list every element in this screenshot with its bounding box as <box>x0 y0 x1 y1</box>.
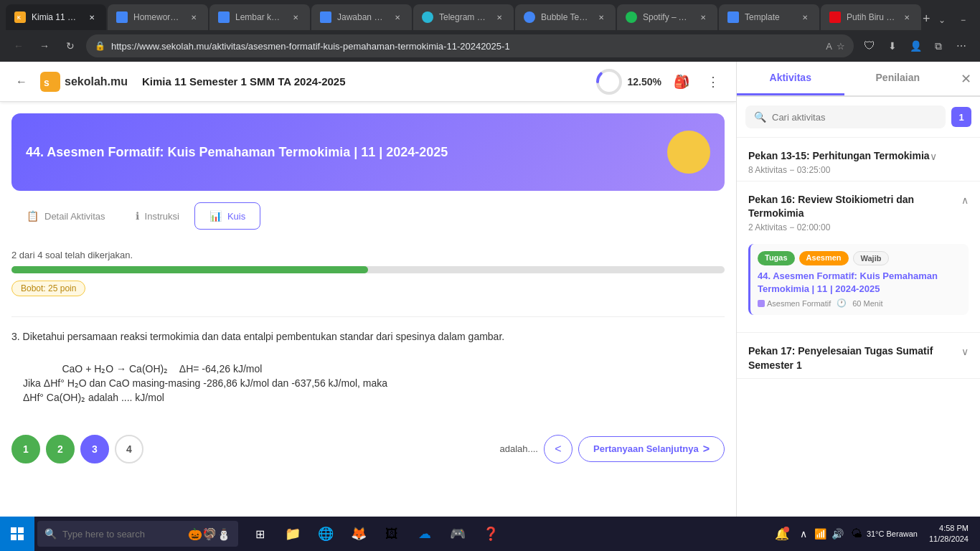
right-panel-close[interactable]: ✕ <box>951 62 980 95</box>
answer-label: adalah.... <box>499 443 538 454</box>
tab-template[interactable]: Template ✕ <box>719 4 819 30</box>
address-bar[interactable]: 🔒 https://www.sekolah.mu/aktivitas/asesm… <box>86 34 854 57</box>
tab-homework-close[interactable]: ✕ <box>188 11 199 23</box>
firefox-button[interactable]: 🦊 <box>343 518 374 550</box>
taskview-icon: ⊞ <box>255 527 265 541</box>
help-button[interactable]: ❓ <box>475 518 507 550</box>
shield-icon[interactable]: 🛡 <box>859 36 880 56</box>
settings-menu-button[interactable]: ⋯ <box>951 36 971 56</box>
taskview-button[interactable]: ⊞ <box>244 518 275 550</box>
taskbar-search[interactable]: 🔍 🎃 🦃 ⛄ <box>37 521 238 547</box>
translate-icon[interactable]: A <box>826 41 832 52</box>
extensions-icon[interactable]: ⧉ <box>928 36 948 56</box>
notification-bell[interactable]: 🔔 <box>773 525 791 542</box>
right-panel: Aktivitas Penilaian ✕ 🔍 1 <box>736 62 980 517</box>
svg-rect-7 <box>18 527 24 533</box>
network-icon[interactable]: 📶 <box>814 527 828 541</box>
q-num-3[interactable]: 3 <box>80 435 109 463</box>
tab-lembar-close[interactable]: ✕ <box>290 11 301 23</box>
photos-button[interactable]: 🖼 <box>376 518 407 550</box>
tab-template-title: Template <box>745 12 793 22</box>
q-num-2[interactable]: 2 <box>46 435 75 463</box>
week-17-header[interactable]: Pekan 17: Penyelesaian Tugas Sumatif Sem… <box>737 333 980 378</box>
sekolah-panel: ← s sekolah.mu Kimia 11 Semester 1 SMM T… <box>0 62 736 517</box>
volume-icon[interactable]: 🔊 <box>831 527 845 541</box>
tab-putih[interactable]: Putih Biru Im... ✕ <box>821 4 921 30</box>
tab-spotify[interactable]: Spotify – Adv PLAYING ✕ <box>617 4 717 30</box>
divider <box>11 316 725 317</box>
week-1315-header[interactable]: Pekan 13-15: Perhitungan Termokimia 8 Ak… <box>737 138 980 181</box>
gamepass-button[interactable]: 🎮 <box>442 518 473 550</box>
next-button-label: Pertanyaan Selanjutnya <box>593 443 699 454</box>
tab-kimia-close[interactable]: ✕ <box>86 11 98 23</box>
formula-row-3: ΔHf° Ca(OH)₂ adalah .... kJ/mol <box>23 392 713 403</box>
search-box[interactable]: 🔍 <box>745 105 946 128</box>
tab-detail-aktivitas[interactable]: 📋 Detail Aktivitas <box>11 202 121 230</box>
tab-jawaban-close[interactable]: ✕ <box>392 11 403 23</box>
forward-button[interactable]: → <box>34 36 55 56</box>
bookmark-star-icon[interactable]: ☆ <box>837 41 845 52</box>
file-explorer-button[interactable]: 📁 <box>277 518 308 550</box>
tab-kimia[interactable]: K Kimia 11 Se... ✕ <box>6 4 106 30</box>
notification-badge: 1 <box>951 107 971 127</box>
bobot-badge: Bobot: 25 poin <box>11 281 85 296</box>
next-question-button[interactable]: Pertanyaan Selanjutnya > <box>578 436 725 462</box>
tab-template-close[interactable]: ✕ <box>799 11 811 23</box>
bell-icon[interactable]: 🎒 <box>670 70 693 93</box>
page-back-button[interactable]: ← <box>11 72 32 92</box>
onedrive-icon: ☁ <box>418 526 431 542</box>
back-button[interactable]: ← <box>9 36 29 56</box>
tab-telegram-close[interactable]: ✕ <box>494 11 505 23</box>
reload-button[interactable]: ↻ <box>60 36 80 56</box>
help-icon: ❓ <box>483 526 499 542</box>
act-44-title: 44. Asesmen Formatif: Kuis Pemahaman Ter… <box>758 270 961 296</box>
week-16-header[interactable]: Pekan 16: Review Stoikiometri dan Termok… <box>737 182 980 238</box>
activity-44-item[interactable]: Tugas Asesmen Wajib 44. Asesmen Formatif… <box>748 244 969 315</box>
tab-bubble-close[interactable]: ✕ <box>595 11 607 23</box>
profile-icon[interactable]: 👤 <box>905 36 925 56</box>
quiz-content[interactable]: 44. Asesmen Formatif: Kuis Pemahaman Ter… <box>0 102 736 517</box>
tab-kuis[interactable]: 📊 Kuis <box>194 202 260 230</box>
right-search-area: 🔍 1 <box>737 97 980 138</box>
sekolah-logo[interactable]: s sekolah.mu <box>40 72 128 92</box>
tab-lembar[interactable]: Lembar kerja ✕ <box>209 4 310 30</box>
chevron-up-icon[interactable]: ∧ <box>796 527 811 541</box>
activity-list[interactable]: Pekan 13-15: Perhitungan Termokimia 8 Ak… <box>737 138 980 517</box>
tab-homework[interactable]: Homework Sp ✕ <box>108 4 208 30</box>
activity-banner-title: 44. Asesmen Formatif: Kuis Pemahaman Ter… <box>26 145 667 160</box>
more-options-button[interactable]: ⋮ <box>702 70 725 93</box>
taskbar-search-icon: 🔍 <box>44 528 57 540</box>
minimize-button[interactable]: − <box>953 10 974 30</box>
q-num-1[interactable]: 1 <box>11 435 40 463</box>
tab-putih-close[interactable]: ✕ <box>901 11 913 23</box>
onedrive-button[interactable]: ☁ <box>409 518 440 550</box>
search-input[interactable] <box>772 112 937 123</box>
formula-row-1: CaO + H₂O → Ca(OH)₂ ΔH= -64,26 kJ/mol <box>23 363 713 375</box>
turkey-icon: 🦃 <box>202 527 217 541</box>
gamepass-icon: 🎮 <box>450 526 466 542</box>
quiz-progress-text: 2 dari 4 soal telah dikerjakan. <box>11 250 725 260</box>
detail-tab-icon: 📋 <box>27 210 39 222</box>
week-17-chevron: ∨ <box>961 346 969 357</box>
question-bottom-nav: 1 2 3 4 adalah.... < Pertanyaan Selanjut… <box>11 423 725 463</box>
tab-telegram[interactable]: Telegram We... ✕ <box>413 4 514 30</box>
tab-bubble[interactable]: Bubble Tea... ✕ <box>515 4 616 30</box>
prev-question-button[interactable]: < <box>544 435 573 463</box>
tab-list-button[interactable]: ⌄ <box>932 10 952 30</box>
maximize-button[interactable]: □ <box>975 10 980 30</box>
right-tab-aktivitas[interactable]: Aktivitas <box>737 62 844 95</box>
tab-lembar-title: Lembar kerja <box>235 12 284 22</box>
clock-time: 4:58 PM <box>929 523 969 534</box>
taskbar-search-input[interactable] <box>62 529 188 540</box>
week-1315-item: Pekan 13-15: Perhitungan Termokimia 8 Ak… <box>737 138 980 182</box>
edge-button[interactable]: 🌐 <box>310 518 341 550</box>
tab-jawaban[interactable]: Jawaban Essa ✕ <box>311 4 412 30</box>
start-button[interactable] <box>0 517 34 551</box>
new-tab-button[interactable]: + <box>923 7 930 30</box>
system-clock[interactable]: 4:58 PM 11/28/2024 <box>923 523 974 545</box>
download-icon[interactable]: ⬇ <box>882 36 903 56</box>
tab-instruksi[interactable]: ℹ Instruksi <box>121 202 194 230</box>
right-tab-penilaian[interactable]: Penilaian <box>844 62 952 95</box>
tab-spotify-close[interactable]: ✕ <box>697 11 709 23</box>
q-num-4[interactable]: 4 <box>115 435 143 463</box>
